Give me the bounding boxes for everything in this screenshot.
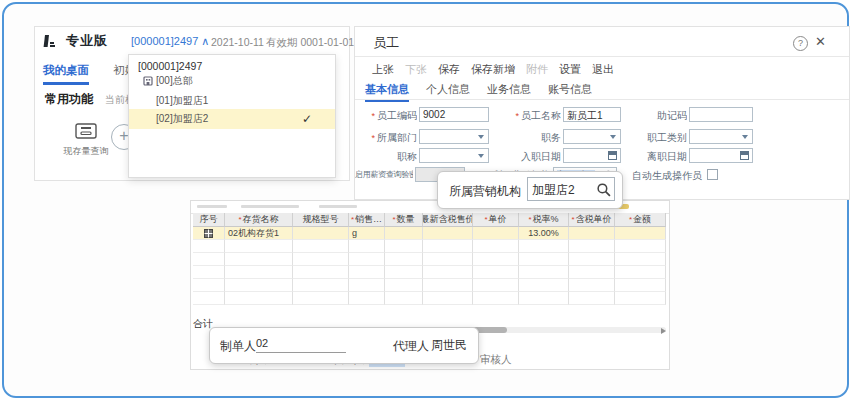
table-cell[interactable]: [569, 279, 615, 292]
table-cell[interactable]: [193, 279, 225, 292]
table-cell[interactable]: [569, 240, 615, 253]
column-header: *含税单价: [569, 213, 615, 227]
header-date: 2021-10-11: [211, 36, 264, 48]
toolbar-button[interactable]: 退出: [592, 62, 614, 77]
table-cell[interactable]: [569, 227, 615, 240]
table-cell[interactable]: [349, 266, 385, 279]
table-cell[interactable]: [569, 253, 615, 266]
mnemonic-input[interactable]: [689, 107, 753, 122]
shortcut-label: 现存量查询: [47, 145, 125, 158]
table-cell[interactable]: [385, 253, 423, 266]
table-cell[interactable]: [615, 240, 666, 253]
table-cell[interactable]: [423, 266, 473, 279]
table-cell[interactable]: [423, 279, 473, 292]
table-cell[interactable]: [225, 240, 293, 253]
table-cell[interactable]: [615, 279, 666, 292]
table-cell[interactable]: [473, 227, 519, 240]
table-cell[interactable]: [193, 253, 225, 266]
table-cell[interactable]: [385, 279, 423, 292]
emp-class-select[interactable]: [689, 129, 753, 144]
org-dropdown-item[interactable]: [00]总部: [129, 73, 335, 89]
org-selector-link[interactable]: [000001]2497 ∧: [131, 35, 209, 48]
org-dropdown-item[interactable]: [01]加盟店1: [129, 93, 335, 109]
scroll-right-arrow[interactable]: [661, 328, 666, 334]
table-cell[interactable]: [615, 227, 666, 240]
table-cell[interactable]: [349, 253, 385, 266]
table-cell[interactable]: [473, 292, 519, 305]
table-cell[interactable]: [293, 292, 349, 305]
auto-operator-checkbox[interactable]: [707, 169, 718, 180]
table-cell[interactable]: 02机构存货1: [225, 227, 293, 240]
table-cell[interactable]: [349, 279, 385, 292]
table-cell[interactable]: [349, 292, 385, 305]
table-cell[interactable]: [385, 240, 423, 253]
field-label-duty: 职务: [475, 131, 561, 145]
table-row-empty[interactable]: [193, 253, 666, 266]
callout-field-input[interactable]: 加盟店2: [527, 177, 615, 201]
toolbar-button[interactable]: 保存新增: [471, 62, 515, 77]
table-cell[interactable]: [519, 240, 569, 253]
table-cell[interactable]: [423, 253, 473, 266]
table-cell[interactable]: g: [349, 227, 385, 240]
table-cell[interactable]: [385, 266, 423, 279]
toolbar-button[interactable]: 上张: [372, 62, 394, 77]
table-cell[interactable]: [193, 266, 225, 279]
toolbar-button[interactable]: 保存: [438, 62, 460, 77]
table-cell[interactable]: 13.00%: [519, 227, 569, 240]
table-cell[interactable]: [293, 266, 349, 279]
toolbar-button[interactable]: 下张: [405, 62, 427, 77]
table-cell[interactable]: [385, 227, 423, 240]
callout-maker-input[interactable]: 02: [256, 337, 346, 353]
field-label-salary-query: 启用薪资查询验密: [355, 169, 413, 180]
help-icon[interactable]: ?: [793, 36, 808, 51]
table-cell[interactable]: [193, 292, 225, 305]
table-cell[interactable]: [293, 227, 349, 240]
table-cell[interactable]: [225, 266, 293, 279]
table-row-empty[interactable]: [193, 266, 666, 279]
table-cell[interactable]: [519, 266, 569, 279]
table-row-empty[interactable]: [193, 240, 666, 253]
org-dropdown-item[interactable]: [02]加盟店2✓: [129, 109, 335, 129]
table-cell[interactable]: [193, 240, 225, 253]
table-cell[interactable]: [423, 240, 473, 253]
table-cell[interactable]: [349, 240, 385, 253]
table-row[interactable]: 02机构存货1g13.00%: [193, 227, 666, 240]
table-cell[interactable]: [615, 266, 666, 279]
table-cell[interactable]: [385, 292, 423, 305]
close-icon[interactable]: ✕: [815, 34, 826, 49]
table-cell[interactable]: [225, 253, 293, 266]
check-icon: ✓: [302, 112, 312, 126]
table-row-empty[interactable]: [193, 279, 666, 292]
table-cell[interactable]: [473, 279, 519, 292]
leave-date-input[interactable]: [689, 148, 753, 163]
field-label-emp-title: 职称: [355, 150, 417, 164]
table-row-empty[interactable]: [193, 292, 666, 305]
table-cell[interactable]: [569, 266, 615, 279]
table-cell[interactable]: [569, 292, 615, 305]
org-dropdown: [000001]2497 [00]总部[01]加盟店1[02]加盟店2✓: [128, 54, 336, 178]
toolbar-button[interactable]: 设置: [559, 62, 581, 77]
table-cell[interactable]: [225, 279, 293, 292]
callout-agent-input[interactable]: 周世民: [431, 337, 467, 354]
field-label-leave-date: 离职日期: [607, 150, 687, 164]
table-cell[interactable]: [225, 292, 293, 305]
table-cell[interactable]: [519, 279, 569, 292]
panel-title: 员工: [373, 34, 399, 52]
screen: 专业版 [000001]2497 ∧ 2021-10-11 有效期 0001-0…: [0, 0, 851, 400]
table-cell[interactable]: [473, 253, 519, 266]
table-cell[interactable]: [615, 253, 666, 266]
table-cell[interactable]: [615, 292, 666, 305]
row-grid-icon[interactable]: [193, 227, 225, 240]
table-cell[interactable]: [293, 279, 349, 292]
table-cell[interactable]: [519, 253, 569, 266]
main-tab[interactable]: 我的桌面: [43, 63, 89, 85]
table-body: 02机构存货1g13.00%: [193, 227, 666, 305]
table-cell[interactable]: [293, 240, 349, 253]
table-cell[interactable]: [473, 266, 519, 279]
toolbar-button[interactable]: 附件: [526, 62, 548, 77]
table-cell[interactable]: [519, 292, 569, 305]
table-cell[interactable]: [293, 253, 349, 266]
table-cell[interactable]: [423, 227, 473, 240]
table-cell[interactable]: [473, 240, 519, 253]
table-cell[interactable]: [423, 292, 473, 305]
